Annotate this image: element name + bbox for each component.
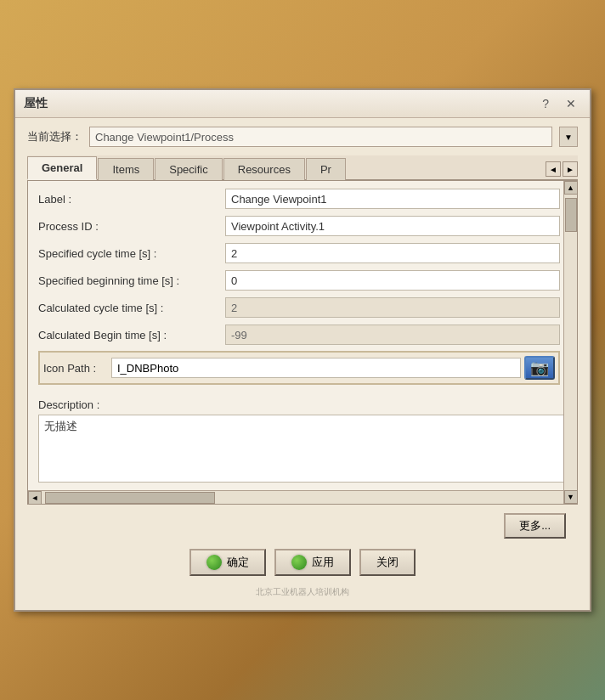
current-selection-label: 当前选择： [27, 129, 82, 144]
vertical-scrollbar[interactable]: ▲ ▼ [563, 181, 577, 504]
close-dialog-button[interactable]: 关闭 [359, 549, 416, 576]
properties-dialog: 屋性 ? ✕ 当前选择： ▼ General Items Specific Re… [14, 88, 591, 612]
horizontal-scrollbar[interactable]: ◄ ► [28, 490, 577, 504]
current-selection-dropdown[interactable]: ▼ [559, 127, 578, 147]
fields-area: Label : Process ID : Specified cycle tim… [28, 181, 577, 398]
action-button-row: 确定 应用 关闭 [27, 544, 578, 586]
description-section: Description : 无描述 [28, 398, 577, 490]
apply-icon [291, 555, 307, 570]
scroll-track[interactable] [564, 195, 577, 490]
camera-icon: 📷 [530, 358, 549, 377]
calc-begin-label: Calculated Begin time [s] : [38, 329, 225, 342]
dialog-title: 屋性 [24, 96, 48, 111]
ok-label: 确定 [227, 555, 249, 570]
tab-pr[interactable]: Pr [306, 158, 346, 180]
ok-button[interactable]: 确定 [189, 549, 266, 576]
tab-general[interactable]: General [27, 156, 97, 180]
calc-cycle-input [225, 297, 560, 318]
icon-path-browse-button[interactable]: 📷 [524, 356, 555, 380]
calc-cycle-label: Calculated cycle time [s] : [38, 302, 225, 314]
apply-label: 应用 [312, 555, 334, 570]
specified-begin-input[interactable] [225, 270, 560, 291]
h-scroll-thumb[interactable] [45, 492, 215, 504]
fields-and-desc: Label : Process ID : Specified cycle tim… [28, 181, 577, 504]
scroll-thumb[interactable] [565, 198, 577, 232]
title-bar-buttons: ? ✕ [537, 95, 581, 112]
field-row-calc-cycle: Calculated cycle time [s] : [38, 296, 560, 319]
label-field-label: Label : [38, 193, 225, 206]
help-button[interactable]: ? [537, 95, 554, 112]
h-scroll-left-button[interactable]: ◄ [28, 491, 42, 505]
process-id-label: Process ID : [38, 220, 225, 233]
field-row-calc-begin: Calculated Begin time [s] : [38, 324, 560, 346]
description-label: Description : [38, 398, 567, 411]
h-scroll-track[interactable] [42, 491, 563, 504]
tab-specific[interactable]: Specific [155, 158, 223, 180]
close-label: 关闭 [376, 555, 399, 570]
calc-begin-input [225, 325, 560, 345]
scrollable-area: Label : Process ID : Specified cycle tim… [28, 181, 577, 504]
current-selection-input[interactable] [89, 127, 552, 147]
close-button[interactable]: ✕ [561, 95, 581, 112]
label-field-input[interactable] [225, 189, 560, 209]
description-textarea[interactable]: 无描述 [38, 415, 567, 483]
tab-nav: ◄ ► [546, 161, 578, 179]
icon-path-label: Icon Path : [43, 362, 111, 375]
scroll-up-button[interactable]: ▲ [564, 181, 578, 195]
apply-button[interactable]: 应用 [274, 549, 351, 576]
specified-begin-label: Specified beginning time [s] : [38, 274, 225, 287]
dialog-body: 当前选择： ▼ General Items Specific Resources… [15, 118, 590, 610]
process-id-input[interactable] [225, 216, 560, 236]
more-button[interactable]: 更多... [504, 513, 566, 539]
ok-icon [206, 555, 222, 570]
tab-items[interactable]: Items [98, 158, 154, 180]
specified-cycle-input[interactable] [225, 243, 560, 263]
field-row-specified-begin: Specified beginning time [s] : [38, 269, 560, 291]
tab-nav-prev[interactable]: ◄ [546, 161, 561, 177]
icon-path-row: Icon Path : 📷 [38, 351, 560, 385]
current-selection-row: 当前选择： ▼ [27, 127, 578, 147]
field-row-process-id: Process ID : [38, 215, 560, 237]
icon-path-input[interactable] [111, 358, 521, 378]
more-button-row: 更多... [27, 505, 578, 544]
field-row-specified-cycle: Specified cycle time [s] : [38, 242, 560, 264]
main-content: Label : Process ID : Specified cycle tim… [27, 181, 578, 505]
title-bar: 屋性 ? ✕ [15, 90, 590, 118]
tab-bar: General Items Specific Resources Pr ◄ ► [27, 155, 578, 181]
tab-nav-next[interactable]: ► [563, 161, 578, 177]
tab-resources[interactable]: Resources [223, 158, 305, 180]
scroll-down-button[interactable]: ▼ [564, 490, 578, 504]
specified-cycle-label: Specified cycle time [s] : [38, 247, 225, 260]
watermark: 北京工业机器人培训机构 [27, 586, 578, 601]
field-row-label: Label : [38, 188, 560, 210]
